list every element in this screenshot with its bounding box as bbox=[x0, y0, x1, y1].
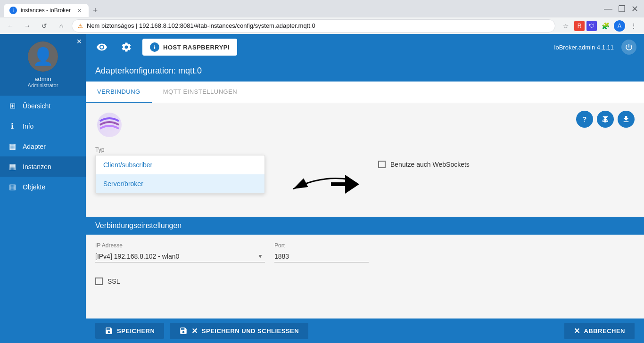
tab-title: instances - ioBroker bbox=[21, 7, 71, 14]
arrow-annotation bbox=[284, 170, 359, 209]
websockets-label: Benutze auch WebSockets bbox=[390, 161, 470, 168]
window-close-button[interactable]: ✕ bbox=[629, 2, 640, 16]
svg-rect-2 bbox=[154, 47, 155, 49]
sidebar-close-button[interactable]: ✕ bbox=[76, 38, 82, 45]
ip-address-input-container: [IPv4] 192.168.8.102 - wlan0 ▼ bbox=[95, 251, 265, 262]
info-icon: ℹ bbox=[8, 122, 17, 131]
save-close-button[interactable]: ✕ SPEICHERN UND SCHLIESSEN bbox=[170, 323, 308, 339]
security-warning-icon: ⚠ bbox=[78, 23, 83, 29]
save-label: SPEICHERN bbox=[117, 327, 155, 335]
host-button[interactable]: HOST RASPBERRYPI bbox=[142, 39, 237, 56]
sidebar-item-uebersicht[interactable]: ⊞ Übersicht bbox=[0, 96, 86, 116]
connection-fields: IP Adresse [IPv4] 192.168.8.102 - wlan0 … bbox=[95, 235, 635, 262]
reload-button[interactable]: ↺ bbox=[38, 19, 51, 33]
extensions-button[interactable]: 🧩 bbox=[599, 19, 612, 33]
uebersicht-icon: ⊞ bbox=[8, 101, 17, 110]
help-button[interactable]: ? bbox=[576, 111, 593, 128]
host-label: HOST RASPBERRYPI bbox=[163, 44, 230, 51]
port-group: Port 1883 bbox=[274, 242, 369, 262]
adapter-icon: ▦ bbox=[8, 142, 17, 151]
sidebar-item-label: Info bbox=[23, 122, 33, 130]
type-label: Typ bbox=[95, 147, 265, 153]
type-dropdown: Client/subscriber Server/broker bbox=[95, 155, 265, 194]
tabs-bar: VERBINDUNG MQTT EINSTELLUNGEN bbox=[86, 82, 644, 103]
back-button[interactable]: ← bbox=[4, 19, 17, 33]
sidebar-nav: ⊞ Übersicht ℹ Info ▦ Adapter ▦ Instanzen… bbox=[0, 96, 86, 343]
save-close-x-icon: ✕ bbox=[191, 327, 198, 335]
sidebar-item-instanzen[interactable]: ▦ Instanzen bbox=[0, 156, 86, 177]
save-button[interactable]: SPEICHERN bbox=[95, 323, 164, 339]
mqtt-logo bbox=[95, 111, 124, 139]
connection-settings-title: Verbindungseinstellungen bbox=[95, 221, 182, 229]
profile-role: Administrator bbox=[28, 82, 58, 88]
connection-settings-header: Verbindungseinstellungen bbox=[86, 217, 644, 235]
sidebar-item-label: Adapter bbox=[23, 143, 46, 150]
adapter-config-header: Adapterkonfiguration: mqtt.0 bbox=[86, 60, 644, 82]
footer-bar: SPEICHERN ✕ SPEICHERN UND SCHLIESSEN ✕ A… bbox=[86, 318, 644, 343]
sidebar-item-adapter[interactable]: ▦ Adapter bbox=[0, 136, 86, 156]
websockets-checkbox[interactable] bbox=[378, 161, 386, 168]
objekte-icon: ▦ bbox=[8, 182, 17, 191]
ip-address-group: IP Adresse [IPv4] 192.168.8.102 - wlan0 … bbox=[95, 242, 265, 262]
home-button[interactable]: ⌂ bbox=[55, 19, 68, 33]
chrome-menu-button[interactable]: ⋮ bbox=[627, 19, 640, 33]
ip-dropdown-arrow[interactable]: ▼ bbox=[257, 253, 263, 260]
sidebar: ✕ 👤 admin Administrator ⊞ Übersicht ℹ In… bbox=[0, 34, 86, 343]
tab-favicon: i bbox=[9, 7, 17, 14]
cancel-label: ABBRECHEN bbox=[584, 327, 625, 335]
ssl-section: SSL bbox=[95, 278, 635, 285]
app-header: HOST RASPBERRYPI ioBroker.admin 4.1.11 bbox=[86, 34, 644, 60]
main-content: HOST RASPBERRYPI ioBroker.admin 4.1.11 A… bbox=[86, 34, 644, 343]
websockets-section: Benutze auch WebSockets bbox=[378, 161, 470, 168]
adapter-config-title: Adapterkonfiguration: mqtt.0 bbox=[95, 66, 635, 76]
port-input-container: 1883 bbox=[274, 251, 369, 262]
window-minimize-button[interactable]: — bbox=[602, 2, 614, 16]
arrow-svg bbox=[284, 170, 359, 208]
avatar-icon: 👤 bbox=[33, 47, 54, 66]
save-icon bbox=[105, 327, 113, 335]
tab-close-button[interactable]: ✕ bbox=[75, 7, 83, 14]
profile-name: admin bbox=[34, 75, 51, 82]
user-info: ioBroker.admin 4.1.11 bbox=[554, 44, 614, 51]
type-section: Typ Client/subscriber Server/broker bbox=[95, 147, 265, 194]
window-maximize-button[interactable]: ❐ bbox=[616, 2, 627, 16]
extension-icon-2[interactable]: 🛡 bbox=[586, 21, 597, 31]
sidebar-item-objekte[interactable]: ▦ Objekte bbox=[0, 177, 86, 197]
active-browser-tab[interactable]: i instances - ioBroker ✕ bbox=[4, 4, 89, 17]
port-value[interactable]: 1883 bbox=[274, 253, 369, 260]
tab-content-verbindung: ? Typ Client/sub bbox=[86, 103, 644, 293]
sidebar-item-label: Übersicht bbox=[23, 102, 50, 110]
ip-address-label: IP Adresse bbox=[95, 242, 265, 249]
action-icons: ? bbox=[576, 111, 635, 128]
host-icon bbox=[150, 42, 159, 52]
tab-verbindung[interactable]: VERBINDUNG bbox=[86, 82, 152, 103]
port-label: Port bbox=[274, 242, 369, 249]
download-button[interactable] bbox=[618, 111, 635, 128]
sidebar-item-info[interactable]: ℹ Info bbox=[0, 116, 86, 136]
tab-mqtt-einstellungen[interactable]: MQTT EINSTELLUNGEN bbox=[152, 82, 249, 103]
forward-button[interactable]: → bbox=[21, 19, 34, 33]
content-area: Adapterkonfiguration: mqtt.0 VERBINDUNG … bbox=[86, 60, 644, 318]
sidebar-item-label: Objekte bbox=[23, 183, 45, 191]
extension-icon-1[interactable]: R bbox=[574, 21, 585, 31]
ip-address-value[interactable]: [IPv4] 192.168.8.102 - wlan0 bbox=[95, 253, 256, 260]
settings-icon-button[interactable] bbox=[118, 39, 135, 56]
address-bar[interactable]: ⚠ Nem biztonságos | 192.168.8.102:8081/#… bbox=[72, 19, 555, 33]
dropdown-option-server[interactable]: Server/broker bbox=[96, 174, 264, 193]
cancel-button[interactable]: ✕ ABBRECHEN bbox=[564, 323, 635, 339]
instanzen-icon: ▦ bbox=[8, 162, 17, 171]
new-tab-button[interactable]: + bbox=[89, 4, 102, 17]
ssl-checkbox[interactable] bbox=[95, 278, 103, 285]
bookmark-button[interactable]: ☆ bbox=[559, 19, 572, 33]
sidebar-item-label: Instanzen bbox=[23, 163, 51, 171]
upload-button[interactable] bbox=[597, 111, 614, 128]
eye-icon-button[interactable] bbox=[93, 39, 110, 56]
power-button[interactable] bbox=[621, 40, 636, 55]
address-text: Nem biztonságos | 192.168.8.102:8081/#ta… bbox=[87, 22, 315, 29]
save-close-save-icon bbox=[179, 327, 188, 335]
top-icons-row: ? bbox=[95, 111, 635, 139]
profile-button[interactable]: A bbox=[614, 20, 625, 32]
dropdown-option-client[interactable]: Client/subscriber bbox=[96, 155, 264, 174]
sidebar-profile: ✕ 👤 admin Administrator bbox=[0, 34, 86, 96]
ssl-label: SSL bbox=[107, 278, 120, 285]
